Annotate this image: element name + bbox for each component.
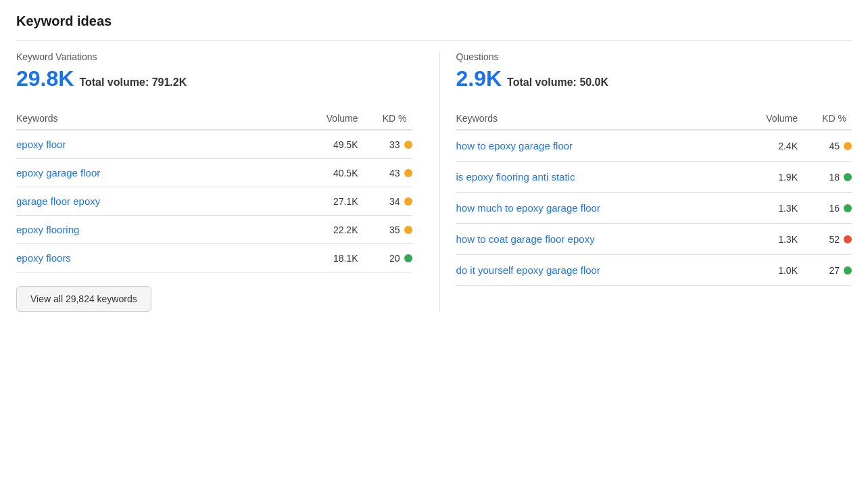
variations-table-row: epoxy flooring 22.2K 35: [16, 216, 412, 244]
volume-value: 18.1K: [297, 253, 358, 264]
variations-count: 29.8K: [16, 66, 74, 91]
questions-count: 2.9K: [456, 66, 502, 91]
volume-value: 1.3K: [737, 203, 798, 214]
keyword-link[interactable]: how to epoxy garage floor: [456, 140, 573, 151]
volume-value: 22.2K: [297, 224, 358, 235]
kd-dot: [404, 169, 412, 177]
kd-value: 35: [389, 224, 400, 235]
variations-total-volume-value: 791.2K: [152, 76, 187, 88]
questions-col-volume-header: Volume: [737, 113, 798, 124]
volume-value: 2.4K: [737, 141, 798, 151]
volume-value: 1.9K: [737, 172, 798, 183]
page-container: Keyword ideas Keyword Variations 29.8K T…: [0, 0, 868, 499]
kd-cell: 27: [798, 265, 852, 276]
keyword-link[interactable]: do it yourself epoxy garage floor: [456, 264, 600, 276]
variations-col-volume-header: Volume: [297, 113, 358, 124]
kd-value: 33: [389, 139, 400, 150]
kd-dot: [404, 226, 412, 234]
kd-cell: 18: [798, 172, 852, 183]
keyword-link[interactable]: how to coat garage floor epoxy: [456, 233, 595, 245]
kd-value: 52: [829, 234, 840, 245]
kd-cell: 45: [798, 141, 852, 151]
keyword-link[interactable]: epoxy floor: [16, 139, 66, 150]
questions-table-body: how to epoxy garage floor 2.4K 45 is epo…: [456, 130, 852, 286]
keyword-link[interactable]: is epoxy flooring anti static: [456, 171, 575, 183]
keyword-link[interactable]: garage floor epoxy: [16, 195, 100, 207]
kd-dot: [404, 197, 412, 206]
questions-stats-row: 2.9K Total volume: 50.0K: [456, 66, 852, 91]
questions-total-volume-label: Total volume:: [507, 76, 577, 88]
questions-table-row: how much to epoxy garage floor 1.3K 16: [456, 193, 852, 224]
questions-table-row: how to epoxy garage floor 2.4K 45: [456, 130, 852, 162]
variations-section-label: Keyword Variations: [16, 51, 412, 62]
kd-value: 45: [829, 141, 840, 151]
variations-table-header: Keywords Volume KD %: [16, 108, 412, 130]
kd-cell: 35: [358, 224, 412, 235]
questions-table-row: is epoxy flooring anti static 1.9K 18: [456, 162, 852, 193]
kd-dot: [404, 141, 412, 149]
kd-value: 20: [389, 253, 400, 264]
questions-table-row: how to coat garage floor epoxy 1.3K 52: [456, 224, 852, 255]
kd-dot: [844, 204, 852, 212]
variations-column: Keyword Variations 29.8K Total volume: 7…: [16, 51, 439, 312]
kd-dot: [844, 266, 852, 275]
two-column-layout: Keyword Variations 29.8K Total volume: 7…: [16, 51, 852, 312]
kd-dot: [404, 254, 412, 262]
questions-col-kd-header: KD %: [798, 113, 852, 124]
kd-value: 16: [829, 203, 840, 214]
variations-col-keywords-header: Keywords: [16, 113, 297, 124]
variations-total-volume: Total volume: 791.2K: [79, 76, 187, 89]
kd-cell: 33: [358, 139, 412, 150]
variations-col-kd-header: KD %: [358, 113, 412, 124]
variations-table-row: epoxy floor 49.5K 33: [16, 130, 412, 159]
volume-value: 49.5K: [297, 139, 358, 150]
variations-total-volume-label: Total volume:: [79, 76, 149, 88]
variations-table-body: epoxy floor 49.5K 33 epoxy garage floor …: [16, 130, 412, 272]
kd-cell: 52: [798, 234, 852, 245]
view-all-keywords-button[interactable]: View all 29,824 keywords: [16, 286, 151, 312]
questions-col-keywords-header: Keywords: [456, 113, 738, 124]
keyword-link[interactable]: how much to epoxy garage floor: [456, 202, 600, 214]
keyword-link[interactable]: epoxy flooring: [16, 224, 79, 235]
questions-section-label: Questions: [456, 51, 852, 62]
kd-value: 43: [389, 168, 400, 179]
page-title: Keyword ideas: [16, 14, 852, 41]
keyword-link[interactable]: epoxy garage floor: [16, 167, 100, 179]
volume-value: 1.3K: [737, 234, 798, 245]
volume-value: 1.0K: [737, 265, 798, 276]
kd-cell: 43: [358, 168, 412, 179]
variations-stats-row: 29.8K Total volume: 791.2K: [16, 66, 412, 91]
volume-value: 40.5K: [297, 168, 358, 179]
kd-dot: [844, 235, 852, 243]
volume-value: 27.1K: [297, 196, 358, 207]
questions-column: Questions 2.9K Total volume: 50.0K Keywo…: [439, 51, 852, 312]
kd-cell: 20: [358, 253, 412, 264]
variations-table-row: epoxy garage floor 40.5K 43: [16, 159, 412, 187]
questions-total-volume: Total volume: 50.0K: [507, 76, 608, 89]
kd-dot: [844, 142, 852, 150]
variations-table-row: garage floor epoxy 27.1K 34: [16, 187, 412, 216]
kd-cell: 16: [798, 203, 852, 214]
keyword-link[interactable]: epoxy floors: [16, 252, 71, 264]
kd-dot: [844, 173, 852, 181]
variations-table-row: epoxy floors 18.1K 20: [16, 244, 412, 272]
kd-value: 27: [829, 265, 840, 276]
questions-table-header: Keywords Volume KD %: [456, 108, 852, 130]
kd-cell: 34: [358, 196, 412, 207]
questions-total-volume-value: 50.0K: [579, 76, 608, 88]
kd-value: 18: [829, 172, 840, 183]
questions-table-row: do it yourself epoxy garage floor 1.0K 2…: [456, 255, 852, 286]
kd-value: 34: [389, 196, 400, 207]
